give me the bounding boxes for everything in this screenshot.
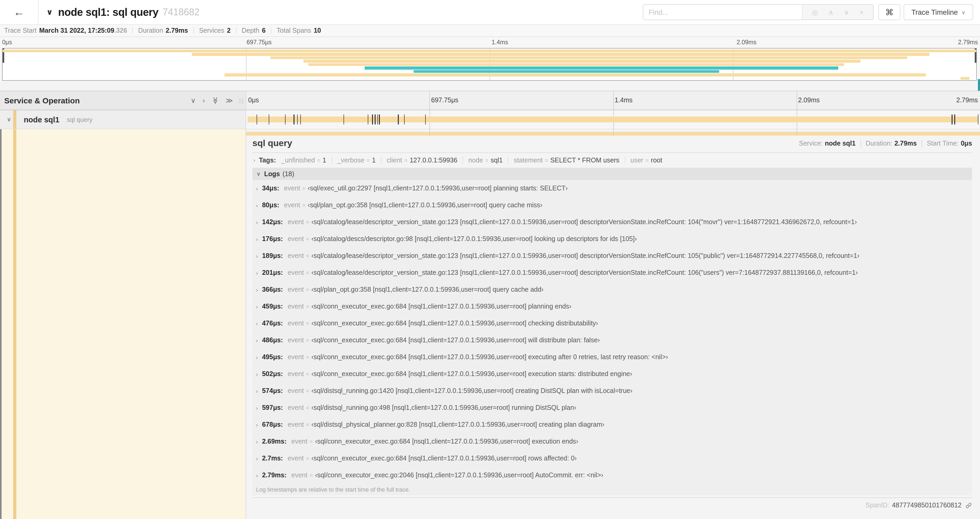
log-entry[interactable]: ›597μs:event=‹sql/distsql_running.go:498…	[252, 399, 972, 416]
expand-one-icon[interactable]: ›	[203, 97, 205, 104]
log-expand-icon[interactable]: ›	[256, 202, 258, 208]
meta-value: node sql1	[825, 140, 856, 147]
log-expand-icon[interactable]: ›	[256, 439, 258, 444]
span-row[interactable]: ∨ node sql1 sql query	[0, 110, 980, 129]
log-entry[interactable]: ›366μs:event=‹sql/plan_opt.go:358 [nsql1…	[252, 281, 972, 298]
scrollbar-thumb[interactable]	[978, 79, 980, 91]
log-expand-icon[interactable]: ›	[256, 337, 258, 343]
keyboard-shortcuts-button[interactable]: ⌘	[878, 4, 900, 20]
log-entry[interactable]: ›80μs:event=‹sql/plan_opt.go:358 [nsql1,…	[252, 197, 972, 214]
log-equals: =	[306, 286, 309, 293]
jaeger-trace-page: ← ∨ node sql1: sql query 7418682 ◎ ∧ ∨ ×…	[0, 0, 980, 519]
minimap-span	[270, 56, 907, 59]
log-expand-icon[interactable]: ›	[256, 388, 258, 394]
log-timestamp: 142μs:	[262, 218, 283, 226]
log-field-key: event	[291, 438, 307, 445]
log-timestamp: 459μs:	[262, 303, 283, 310]
log-expand-icon[interactable]: ›	[256, 320, 258, 326]
summary-item: Trace StartMarch 31 2022, 17:25:09.326	[4, 27, 127, 34]
log-entry[interactable]: ›678μs:event=‹sql/distsql_physical_plann…	[252, 416, 972, 433]
log-expand-icon[interactable]: ›	[256, 219, 258, 225]
log-expand-icon[interactable]: ›	[256, 422, 258, 428]
prev-result-icon[interactable]: ∧	[829, 9, 834, 16]
log-timestamp: 486μs:	[262, 337, 283, 344]
log-timestamp: 2.7ms:	[262, 455, 283, 462]
log-expand-icon[interactable]: ›	[256, 455, 258, 461]
log-timestamp: 476μs:	[262, 319, 283, 327]
log-entry[interactable]: ›142μs:event=‹sql/catalog/lease/descript…	[252, 214, 972, 230]
collapse-trace-icon[interactable]: ∨	[46, 7, 52, 17]
locate-icon[interactable]: ◎	[812, 9, 818, 16]
log-entry[interactable]: ›2.7ms:event=‹sql/conn_executor_exec.go:…	[252, 450, 972, 467]
log-entry[interactable]: ›502μs:event=‹sql/conn_executor_exec.go:…	[252, 366, 972, 382]
log-field-value: ‹sql/conn_executor_exec.go:684 [nsql1,cl…	[315, 438, 578, 445]
log-entry[interactable]: ›495μs:event=‹sql/conn_executor_exec.go:…	[252, 349, 972, 366]
span-id-label: SpanID:	[865, 501, 889, 509]
log-expand-icon[interactable]: ›	[256, 185, 258, 191]
log-entry[interactable]: ›2.69ms:event=‹sql/conn_executor_exec.go…	[252, 433, 972, 450]
minimap-canvas[interactable]	[2, 48, 977, 81]
minimap-span	[414, 70, 719, 73]
span-row-name-cell[interactable]: ∨ node sql1 sql query	[0, 110, 246, 129]
span-duration-bar[interactable]	[248, 117, 978, 122]
log-marker	[379, 115, 380, 125]
minimap-axis-labels: 0μs697.75μs1.4ms2.09ms2.79ms	[0, 37, 980, 48]
next-result-icon[interactable]: ∨	[844, 9, 849, 16]
clear-search-icon[interactable]: ×	[860, 9, 864, 16]
log-timestamp: 366μs:	[262, 286, 283, 293]
span-collapse-icon[interactable]: ∨	[7, 116, 11, 123]
logs-title: Logs	[264, 170, 280, 177]
log-entry[interactable]: ›574μs:event=‹sql/distsql_running.go:142…	[252, 382, 972, 399]
span-detail-panel: sql query Service:node sql1Duration:2.79…	[246, 129, 980, 519]
log-entry[interactable]: ›201μs:event=‹sql/catalog/lease/descript…	[252, 264, 972, 281]
tags-row[interactable]: › Tags: _unfinished=1_verbose=1client=12…	[252, 154, 972, 166]
log-entry[interactable]: ›486μs:event=‹sql/conn_executor_exec.go:…	[252, 332, 972, 349]
tags-expand-icon[interactable]: ›	[253, 157, 255, 163]
expand-all-icon[interactable]: ≫	[226, 97, 233, 104]
axis-tick-label: 697.75μs	[431, 96, 458, 104]
log-entry[interactable]: ›34μs:event=‹sql/exec_util.go:2297 [nsql…	[252, 180, 972, 197]
log-entry[interactable]: ›476μs:event=‹sql/conn_executor_exec.go:…	[252, 315, 972, 332]
log-timestamp: 80μs:	[262, 201, 279, 209]
logs-header[interactable]: ∨ Logs (18)	[252, 168, 972, 180]
column-resizer-grip[interactable]	[240, 98, 243, 104]
log-expand-icon[interactable]: ›	[256, 253, 258, 259]
minimap-span	[309, 63, 844, 66]
column-divider[interactable]	[245, 91, 246, 519]
log-expand-icon[interactable]: ›	[256, 270, 258, 276]
log-expand-icon[interactable]: ›	[256, 371, 258, 377]
log-expand-icon[interactable]: ›	[256, 303, 258, 309]
log-timestamp: 189μs:	[262, 252, 283, 260]
logs-collapse-icon[interactable]: ∨	[256, 171, 261, 177]
log-marker	[269, 115, 269, 125]
minimap-span	[961, 77, 969, 80]
trace-id: 7418682	[162, 6, 199, 18]
log-entry[interactable]: ›2.79ms:event=‹sql/conn_executor_exec.go…	[252, 467, 972, 484]
log-expand-icon[interactable]: ›	[256, 472, 258, 478]
log-expand-icon[interactable]: ›	[256, 236, 258, 242]
span-id-row: SpanID: 4877749850101760812	[252, 499, 972, 512]
log-equals: =	[302, 185, 305, 192]
log-timestamp: 2.79ms:	[262, 471, 286, 479]
log-expand-icon[interactable]: ›	[256, 354, 258, 360]
deep-link-icon[interactable]	[965, 502, 972, 509]
log-entry[interactable]: ›459μs:event=‹sql/conn_executor_exec.go:…	[252, 298, 972, 315]
log-timestamp: 597μs:	[262, 404, 283, 411]
log-expand-icon[interactable]: ›	[256, 287, 258, 292]
log-field-value: ‹sql/plan_opt.go:358 [nsql1,client=127.0…	[308, 201, 542, 209]
log-entry[interactable]: ›176μs:event=‹sql/catalog/descs/descript…	[252, 230, 972, 248]
view-selector-button[interactable]: Trace Timeline ∨	[904, 4, 973, 20]
span-id-value: 4877749850101760812	[892, 501, 962, 509]
service-color-bar	[13, 129, 16, 519]
span-row-timeline-cell[interactable]	[246, 110, 980, 129]
back-button[interactable]: ←	[0, 0, 38, 24]
log-field-key: event	[288, 353, 304, 361]
log-timestamp: 678μs:	[262, 421, 283, 428]
find-input[interactable]	[643, 5, 802, 19]
collapse-one-icon[interactable]: ∨	[191, 97, 196, 104]
log-entry[interactable]: ›189μs:event=‹sql/catalog/lease/descript…	[252, 248, 972, 264]
log-field-value: ‹sql/conn_executor_exec.go:684 [nsql1,cl…	[312, 353, 668, 361]
list-scrollbar[interactable]	[0, 129, 1, 519]
log-expand-icon[interactable]: ›	[256, 405, 258, 410]
collapse-all-icon[interactable]: ≫	[212, 97, 219, 104]
